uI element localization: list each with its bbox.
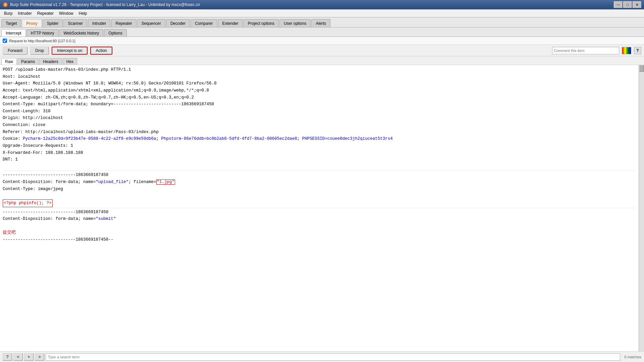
content-tab-headers[interactable]: Headers — [39, 58, 62, 65]
action-button[interactable]: Action — [90, 47, 112, 55]
http-empty-3 — [3, 223, 636, 230]
svg-text:B: B — [4, 3, 6, 7]
http-line-2: Host: localhost — [3, 73, 636, 80]
app-icon: B — [3, 2, 8, 7]
http-line-10: Referer: http://localhost/upload-labs-ma… — [3, 129, 636, 136]
http-boundary-2: -----------------------------18636691874… — [3, 209, 636, 216]
menu-help[interactable]: Help — [76, 9, 90, 17]
content-tab-raw[interactable]: Raw — [1, 58, 17, 65]
scrollbar[interactable] — [639, 65, 644, 362]
http-line-3: User-Agent: Mozilla/5.0 (Windows NT 10.0… — [3, 80, 636, 87]
http-line-12: Upgrade-Insecure-Requests: 1 — [3, 142, 636, 149]
forward-button[interactable]: Forward — [3, 47, 28, 55]
request-info-bar: Request to http://localhost:80 [127.0.0.… — [0, 37, 644, 45]
drop-button[interactable]: Drop — [30, 47, 49, 55]
subtab-intercept[interactable]: Intercept — [1, 29, 26, 37]
tab-project-options[interactable]: Project options — [244, 19, 279, 27]
help-button[interactable]: ? — [634, 47, 641, 54]
http-chinese-text: 提交吧 — [3, 229, 636, 236]
menu-burp[interactable]: Burp — [1, 9, 15, 17]
search-input[interactable] — [46, 353, 620, 361]
http-line-8: Origin: http://localhost — [3, 115, 636, 122]
subtab-options[interactable]: Options — [104, 29, 126, 37]
tab-scanner[interactable]: Scanner — [63, 19, 87, 27]
tab-comparer[interactable]: Comparer — [191, 19, 217, 27]
http-content-type-1: Content-Type: image/jpeg — [3, 186, 636, 193]
http-line-1: POST /upload-labs-master/Pass-03/index.p… — [3, 66, 636, 73]
http-line-9: Connection: close — [3, 122, 636, 129]
http-php-code: <?php phpinfo(); ?> — [3, 199, 636, 207]
content-tab-bar: Raw Params Headers Hex — [0, 56, 644, 65]
content-tab-hex[interactable]: Hex — [63, 58, 77, 65]
cookie2-value: =bc0b2ab8-5dfd-4fd7-8ba2-00605ec2dae8 — [204, 136, 297, 141]
menu-bar: Burp Intruder Repeater Window Help — [0, 9, 644, 17]
title-bar-left: B Burp Suite Professional v1.7.26 - Temp… — [3, 2, 200, 7]
http-line-4: Accept: text/html,application/xhtml+xml,… — [3, 87, 636, 94]
separator-2 — [3, 208, 636, 208]
menu-window[interactable]: Window — [56, 9, 76, 17]
tab-spider[interactable]: Spider — [43, 19, 63, 27]
next-button[interactable]: > — [35, 353, 44, 361]
http-line-13: X-Forwarded-For: 188.188.188.188 — [3, 149, 636, 157]
http-line-6: Content-Type: multipart/form-data; bound… — [3, 101, 636, 108]
add-button[interactable]: + — [24, 353, 34, 361]
http-line-14: DNT: 1 — [3, 156, 636, 163]
help-bottom-button[interactable]: ? — [3, 353, 12, 361]
http-cookie-line: Cookie: Pycharm-12a25c0d=9f23b47e-0588-4… — [3, 135, 636, 142]
request-checkbox[interactable] — [3, 39, 7, 43]
title-bar: B Burp Suite Professional v1.7.26 - Temp… — [0, 0, 644, 9]
sub-tab-bar: Intercept HTTP history WebSockets histor… — [0, 27, 644, 37]
http-boundary-1: -----------------------------18636691874… — [3, 172, 636, 179]
http-content-disp-2: Content-Disposition: form-data; name="su… — [3, 216, 636, 223]
menu-repeater[interactable]: Repeater — [35, 9, 56, 17]
tab-user-options[interactable]: User options — [279, 19, 311, 27]
separator-1 — [3, 171, 636, 171]
tab-target[interactable]: Target — [1, 19, 21, 27]
title-bar-controls: ─ □ ✕ — [614, 1, 641, 8]
cookie2-name: Phpstorm-86e76ddb — [161, 136, 204, 141]
tab-sequencer[interactable]: Sequencer — [137, 19, 165, 27]
close-button[interactable]: ✕ — [633, 1, 641, 8]
comment-input[interactable] — [552, 47, 619, 54]
cookie1-value: =9f23b47e-0588-4c22-a2f8-e9c99e59db6a — [63, 136, 156, 141]
minimize-button[interactable]: ─ — [614, 1, 623, 8]
bottom-search-bar: ? < + > 0 matches — [0, 351, 644, 362]
scrollbar-thumb[interactable] — [639, 65, 644, 72]
cookie1-name: Pycharm-12a25c0d — [23, 136, 63, 141]
color-picker[interactable] — [622, 47, 631, 54]
cookie3-value: =couee0dec3jh2qiuceat5t3rs4 — [325, 136, 393, 141]
content-tab-params[interactable]: Params — [17, 58, 39, 65]
cookie3-name: PHPSESSID — [302, 136, 325, 141]
request-info-label: Request to http://localhost:80 [127.0.0.… — [9, 39, 75, 43]
http-content-disp-1: Content-Disposition: form-data; name="up… — [3, 179, 636, 186]
menu-intruder[interactable]: Intruder — [15, 9, 34, 17]
content-wrapper: POST /upload-labs-master/Pass-03/index.p… — [0, 65, 644, 362]
subtab-http-history[interactable]: HTTP history — [26, 29, 59, 37]
http-empty-2 — [3, 192, 636, 199]
maximize-button[interactable]: □ — [623, 1, 632, 8]
main-tab-bar: Target Proxy Spider Scanner Intruder Rep… — [0, 17, 644, 27]
tab-repeater[interactable]: Repeater — [111, 19, 136, 27]
subtab-websockets-history[interactable]: WebSockets history — [59, 29, 104, 37]
tab-decoder[interactable]: Decoder — [166, 19, 190, 27]
main-content-area: Request to http://localhost:80 [127.0.0.… — [0, 37, 644, 362]
tab-extender[interactable]: Extender — [218, 19, 243, 27]
window-title: Burp Suite Professional v1.7.26 - Tempor… — [10, 2, 200, 7]
match-count: 0 matches — [624, 355, 641, 359]
http-empty-1 — [3, 163, 636, 170]
intercept-toggle-button[interactable]: Intercept is on — [52, 47, 88, 55]
tab-intruder[interactable]: Intruder — [88, 19, 110, 27]
http-boundary-3: -----------------------------18636691874… — [3, 236, 636, 243]
http-line-7: Content-Length: 310 — [3, 108, 636, 115]
http-line-5: Accept-Language: zh-CN,zh;q=0.8,zh-TW;q=… — [3, 94, 636, 101]
tab-proxy[interactable]: Proxy — [22, 19, 42, 27]
prev-button[interactable]: < — [13, 353, 23, 361]
http-content-area[interactable]: POST /upload-labs-master/Pass-03/index.p… — [0, 65, 639, 362]
tab-alerts[interactable]: Alerts — [311, 19, 330, 27]
intercept-toolbar: Forward Drop Intercept is on Action ? — [0, 45, 644, 56]
